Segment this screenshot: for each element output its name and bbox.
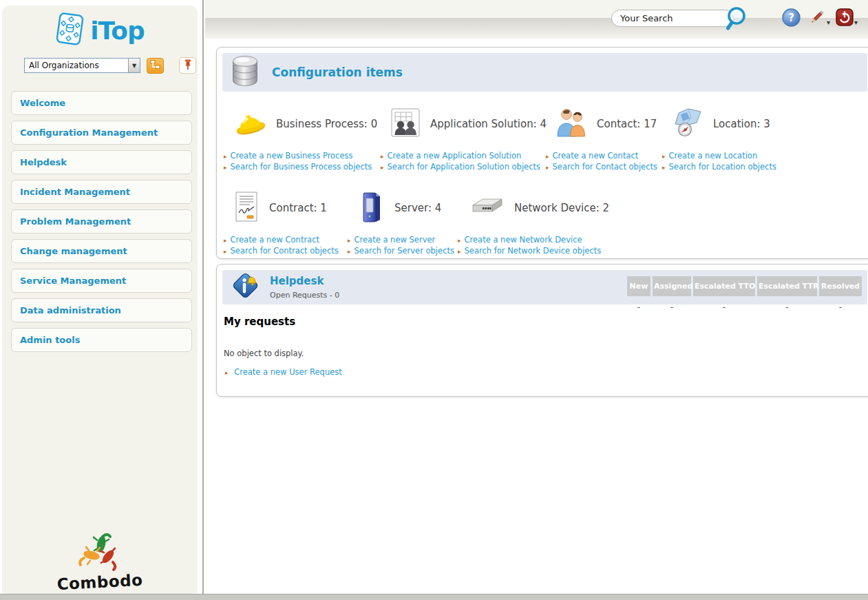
ci-group-links: ▸Create a new Business Process ▸Search f… [224, 151, 381, 173]
contacts-icon[interactable] [555, 107, 587, 141]
empty-list-message: No object to display. [224, 349, 868, 358]
pencil-icon [808, 8, 826, 26]
power-icon [836, 8, 854, 26]
svg-text:?: ? [788, 12, 794, 24]
sidebar-item-data-administration[interactable]: Data administration [11, 298, 192, 322]
network-device-icon[interactable] [467, 196, 505, 220]
search-network-device-link[interactable]: Search for Network Device objects [465, 246, 602, 256]
create-location-link[interactable]: Create a new Location [669, 151, 758, 161]
sidebar-item-change-management[interactable]: Change management [11, 239, 192, 263]
my-requests-heading: My requests [224, 315, 868, 328]
organization-select[interactable]: All Organizations ▼ [24, 58, 140, 73]
sidebar-splitter[interactable] [202, 0, 204, 594]
value-assigned: - [653, 302, 691, 312]
sidebar-item-admin-tools[interactable]: Admin tools [11, 328, 192, 352]
application-solution-icon[interactable] [390, 107, 421, 141]
org-hierarchy-button[interactable] [147, 58, 164, 74]
search-input[interactable] [611, 10, 734, 27]
select-dropdown-arrow-icon[interactable]: ▼ [128, 59, 140, 72]
column-header-escalated-tto[interactable]: Escalated TTO [693, 276, 755, 296]
ci-group-head: Application Solution: 4 [390, 105, 546, 143]
chevron-down-icon: ▾ [854, 19, 858, 26]
column-header-resolved[interactable]: Resolved [819, 276, 862, 296]
topbar-band-gradient [205, 18, 868, 39]
help-button[interactable]: ? [782, 8, 801, 27]
bullet-icon: ▸ [348, 237, 351, 244]
ci-group-links: ▸Create a new Network Device ▸Search for… [458, 235, 868, 257]
sidebar-item-problem-management[interactable]: Problem Management [11, 209, 192, 234]
panel-title: Configuration items [272, 65, 403, 79]
hierarchy-icon [150, 59, 160, 72]
search-icon[interactable] [726, 6, 749, 34]
create-contact-link[interactable]: Create a new Contact [553, 151, 639, 161]
ci-group-application-solution: Application Solution: 4 ▸Create a new Ap… [381, 105, 546, 173]
pin-icon [184, 59, 192, 72]
organization-select-value: All Organizations [25, 61, 128, 70]
helpdesk-panel: Helpdesk Open Requests - 0 New Assigned … [216, 264, 868, 397]
create-server-link[interactable]: Create a new Server [354, 235, 436, 245]
topbar: ? ▾ ▾ [205, 0, 868, 39]
create-contract-link[interactable]: Create a new Contract [231, 235, 319, 245]
logoff-menu-button[interactable]: ▾ [836, 8, 858, 26]
create-network-device-link[interactable]: Create a new Network Device [465, 235, 582, 245]
search-application-solution-link[interactable]: Search for Application Solution objects [388, 162, 540, 172]
search-location-link[interactable]: Search for Location objects [669, 162, 776, 172]
location-map-icon[interactable] [672, 107, 703, 141]
ci-group-title: Server: 4 [394, 202, 441, 214]
ci-group-network-device: Network Device: 2 ▸Create a new Network … [458, 189, 868, 257]
contract-document-icon[interactable] [233, 191, 260, 225]
bullet-icon: ▸ [546, 164, 549, 171]
ci-group-links: ▸Create a new Contract ▸Search for Contr… [224, 235, 348, 257]
sidebar-item-configuration-management[interactable]: Configuration Management [11, 121, 192, 145]
sidebar-item-welcome[interactable]: Welcome [11, 91, 192, 115]
helpdesk-subtitle: Open Requests - 0 [270, 291, 339, 300]
configuration-items-header: Configuration items [222, 53, 867, 92]
ci-group-head: Contract: 1 [233, 189, 348, 227]
search-business-process-link[interactable]: Search for Business Process objects [231, 162, 372, 172]
column-header-new[interactable]: New [627, 276, 650, 296]
create-application-solution-link[interactable]: Create a new Application Solution [388, 151, 522, 161]
value-escalated-ttr: - [757, 302, 817, 312]
configuration-items-panel: Configuration items [216, 47, 868, 259]
create-business-process-link[interactable]: Create a new Business Process [231, 151, 353, 161]
itop-logo: iTop [2, 12, 198, 48]
server-icon[interactable] [357, 190, 385, 226]
search-contract-link[interactable]: Search for Contract objects [231, 246, 339, 256]
column-header-escalated-ttr[interactable]: Escalated TTR [757, 276, 817, 296]
search-server-link[interactable]: Search for Server objects [354, 246, 454, 256]
edit-menu-button[interactable]: ▾ [808, 8, 830, 26]
ci-group-title: Business Process: 0 [276, 118, 377, 130]
bullet-icon: ▸ [224, 248, 227, 255]
ci-group-head: Location: 3 [672, 105, 868, 143]
ci-group-location: Location: 3 ▸Create a new Location ▸Sear… [662, 105, 868, 173]
ci-group-title: Contact: 17 [597, 118, 657, 130]
database-icon [231, 54, 260, 90]
value-resolved: - [819, 302, 862, 312]
ci-group-contact: Contact: 17 ▸Create a new Contact ▸Searc… [546, 105, 662, 173]
column-header-assigned[interactable]: Assigned [653, 276, 691, 296]
ci-group-server: Server: 4 ▸Create a new Server ▸Search f… [348, 189, 458, 257]
pin-menu-button[interactable] [179, 57, 196, 74]
bullet-icon: ▸ [662, 153, 666, 160]
ci-groups-row-1: Business Process: 0 ▸Create a new Busine… [217, 105, 868, 173]
sidebar-menu: Welcome Configuration Management Helpdes… [11, 91, 192, 352]
bottom-strip [0, 594, 868, 600]
sidebar-item-helpdesk[interactable]: Helpdesk [11, 150, 192, 174]
ci-group-title: Location: 3 [713, 118, 770, 130]
ci-group-head: Server: 4 [357, 189, 458, 227]
search-contact-link[interactable]: Search for Contact objects [553, 162, 657, 172]
bullet-icon: ▸ [381, 164, 384, 171]
sidebar-item-incident-management[interactable]: Incident Management [11, 180, 192, 204]
ci-group-title: Application Solution: 4 [430, 118, 547, 130]
topbar-band-top [205, 0, 868, 18]
ci-group-contract: Contract: 1 ▸Create a new Contract ▸Sear… [224, 189, 348, 257]
ci-group-business-process: Business Process: 0 ▸Create a new Busine… [224, 105, 381, 173]
ci-group-head: Network Device: 2 [467, 189, 868, 227]
helpdesk-titles: Helpdesk Open Requests - 0 [270, 275, 339, 300]
sidebar-item-service-management[interactable]: Service Management [11, 269, 192, 293]
bullet-icon: ▸ [348, 248, 351, 255]
hardhat-icon[interactable] [233, 109, 266, 139]
create-user-request-link[interactable]: Create a new User Request [234, 367, 342, 377]
bullet-icon: ▸ [225, 369, 229, 376]
bullet-icon: ▸ [662, 164, 666, 171]
